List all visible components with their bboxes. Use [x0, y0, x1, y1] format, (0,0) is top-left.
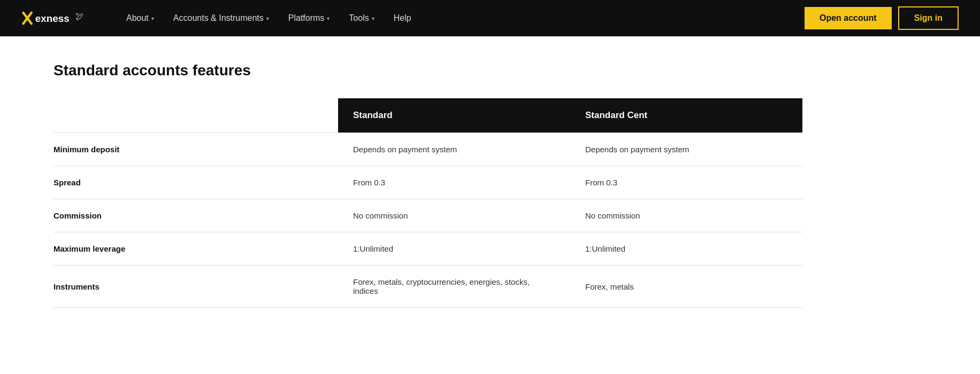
standard-value: 1:Unlimited: [338, 232, 570, 266]
standard-cent-value: No commission: [570, 199, 802, 232]
logo[interactable]: exness 🕊: [21, 9, 86, 28]
open-account-button[interactable]: Open account: [805, 7, 892, 29]
logo-svg: exness 🕊: [21, 9, 86, 28]
standard-cent-value: 1:Unlimited: [570, 232, 802, 266]
nav-actions: Open account Sign in: [805, 6, 959, 30]
standard-cent-value: Forex, metals: [570, 266, 802, 308]
about-chevron-icon: ▾: [151, 15, 154, 21]
feature-label: Minimum deposit: [53, 133, 338, 166]
table-row: Minimum depositDepends on payment system…: [53, 133, 802, 166]
standard-value: From 0.3: [338, 166, 570, 199]
standard-value: No commission: [338, 199, 570, 232]
feature-label: Maximum leverage: [53, 232, 338, 266]
nav-tools[interactable]: Tools ▾: [340, 9, 382, 27]
header-feature-col: [53, 98, 338, 133]
header-standard-col: Standard: [338, 98, 570, 133]
nav-links: About ▾ Accounts & Instruments ▾ Platfor…: [118, 9, 805, 27]
platforms-chevron-icon: ▾: [327, 15, 330, 21]
table-row: Maximum leverage1:Unlimited1:Unlimited: [53, 232, 802, 266]
table-row: InstrumentsForex, metals, cryptocurrenci…: [53, 266, 802, 308]
standard-value: Depends on payment system: [338, 133, 570, 166]
standard-value: Forex, metals, cryptocurrencies, energie…: [338, 266, 570, 308]
table-row: SpreadFrom 0.3From 0.3: [53, 166, 802, 199]
nav-about[interactable]: About ▾: [118, 9, 163, 27]
nav-accounts-instruments[interactable]: Accounts & Instruments ▾: [165, 9, 278, 27]
table-header: Standard Standard Cent: [53, 98, 802, 133]
accounts-chevron-icon: ▾: [266, 15, 269, 21]
standard-cent-value: Depends on payment system: [570, 133, 802, 166]
page-title: Standard accounts features: [53, 62, 802, 79]
comparison-table: Standard Standard Cent Minimum depositDe…: [53, 98, 802, 308]
sign-in-button[interactable]: Sign in: [898, 6, 959, 30]
svg-text:🕊: 🕊: [75, 12, 83, 21]
header-standard-cent-col: Standard Cent: [570, 98, 802, 133]
table-body: Minimum depositDepends on payment system…: [53, 133, 802, 308]
nav-platforms[interactable]: Platforms ▾: [280, 9, 339, 27]
feature-label: Instruments: [53, 266, 338, 308]
main-content: Standard accounts features Standard Stan…: [0, 36, 856, 308]
svg-text:exness: exness: [35, 13, 70, 24]
feature-label: Commission: [53, 199, 338, 232]
nav-help[interactable]: Help: [385, 9, 420, 27]
tools-chevron-icon: ▾: [372, 15, 374, 21]
table-row: CommissionNo commissionNo commission: [53, 199, 802, 232]
main-nav: exness 🕊 About ▾ Accounts & Instruments …: [0, 0, 980, 36]
feature-label: Spread: [53, 166, 338, 199]
standard-cent-value: From 0.3: [570, 166, 802, 199]
